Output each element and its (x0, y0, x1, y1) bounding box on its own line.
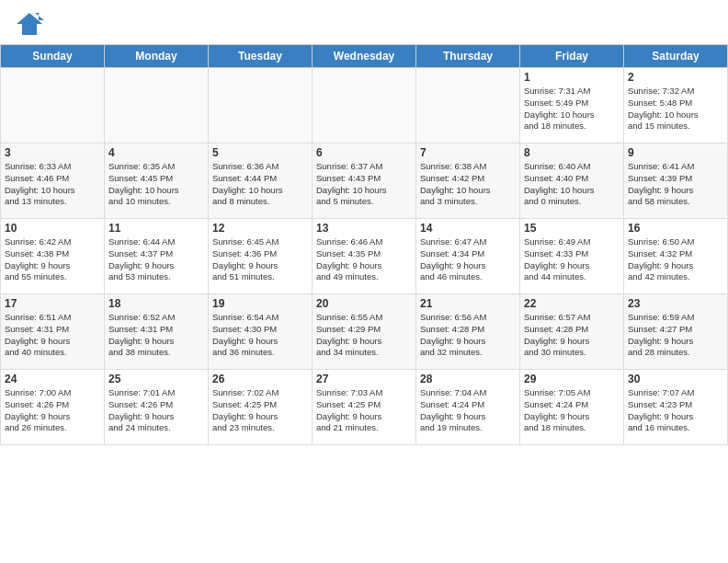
calendar-cell: 27Sunrise: 7:03 AM Sunset: 4:25 PM Dayli… (313, 370, 416, 445)
day-number: 15 (524, 222, 620, 235)
day-info: Sunrise: 6:59 AM Sunset: 4:27 PM Dayligh… (628, 312, 723, 359)
calendar-cell: 19Sunrise: 6:54 AM Sunset: 4:30 PM Dayli… (209, 294, 313, 370)
day-number: 19 (212, 297, 308, 310)
calendar-header-monday: Monday (105, 45, 209, 68)
day-number: 2 (628, 71, 723, 84)
day-number: 23 (628, 297, 723, 310)
calendar-cell: 29Sunrise: 7:05 AM Sunset: 4:24 PM Dayli… (520, 370, 624, 445)
calendar-cell: 11Sunrise: 6:44 AM Sunset: 4:37 PM Dayli… (105, 219, 209, 294)
day-number: 29 (524, 373, 620, 385)
calendar-header-row: SundayMondayTuesdayWednesdayThursdayFrid… (1, 45, 728, 68)
day-info: Sunrise: 7:32 AM Sunset: 5:48 PM Dayligh… (628, 86, 723, 132)
day-number: 24 (5, 373, 100, 385)
day-info: Sunrise: 6:51 AM Sunset: 4:31 PM Dayligh… (5, 312, 100, 359)
day-number: 1 (524, 71, 620, 84)
day-info: Sunrise: 7:00 AM Sunset: 4:26 PM Dayligh… (5, 387, 100, 434)
calendar-cell: 26Sunrise: 7:02 AM Sunset: 4:25 PM Dayli… (209, 370, 313, 445)
calendar-cell: 21Sunrise: 6:56 AM Sunset: 4:28 PM Dayli… (416, 294, 520, 370)
logo (15, 9, 48, 39)
day-info: Sunrise: 6:42 AM Sunset: 4:38 PM Dayligh… (5, 236, 100, 283)
day-info: Sunrise: 7:01 AM Sunset: 4:26 PM Dayligh… (108, 387, 204, 434)
day-info: Sunrise: 6:55 AM Sunset: 4:29 PM Dayligh… (316, 312, 412, 359)
calendar-cell: 4Sunrise: 6:35 AM Sunset: 4:45 PM Daylig… (105, 144, 209, 219)
calendar-cell (1, 68, 105, 144)
day-number: 21 (420, 297, 516, 310)
calendar-cell: 12Sunrise: 6:45 AM Sunset: 4:36 PM Dayli… (209, 219, 313, 294)
day-info: Sunrise: 6:35 AM Sunset: 4:45 PM Dayligh… (108, 161, 204, 208)
calendar-cell (105, 68, 209, 144)
calendar-cell: 13Sunrise: 6:46 AM Sunset: 4:35 PM Dayli… (313, 219, 416, 294)
day-number: 7 (420, 146, 516, 159)
day-number: 16 (628, 222, 723, 235)
day-info: Sunrise: 6:41 AM Sunset: 4:39 PM Dayligh… (628, 161, 723, 208)
day-number: 10 (5, 222, 100, 235)
day-number: 30 (628, 373, 723, 385)
logo-icon (15, 9, 44, 39)
day-number: 6 (316, 146, 412, 159)
day-info: Sunrise: 6:56 AM Sunset: 4:28 PM Dayligh… (420, 312, 516, 359)
day-info: Sunrise: 6:33 AM Sunset: 4:46 PM Dayligh… (5, 161, 100, 208)
calendar-cell: 28Sunrise: 7:04 AM Sunset: 4:24 PM Dayli… (416, 370, 520, 445)
calendar-cell: 17Sunrise: 6:51 AM Sunset: 4:31 PM Dayli… (1, 294, 105, 370)
day-number: 27 (316, 373, 412, 385)
calendar-cell: 5Sunrise: 6:36 AM Sunset: 4:44 PM Daylig… (209, 144, 313, 219)
day-number: 13 (316, 222, 412, 235)
day-info: Sunrise: 6:52 AM Sunset: 4:31 PM Dayligh… (108, 312, 204, 359)
day-info: Sunrise: 7:05 AM Sunset: 4:24 PM Dayligh… (524, 387, 620, 434)
calendar-week-row: 1Sunrise: 7:31 AM Sunset: 5:49 PM Daylig… (1, 68, 728, 144)
day-info: Sunrise: 6:46 AM Sunset: 4:35 PM Dayligh… (316, 236, 412, 283)
day-number: 12 (212, 222, 308, 235)
calendar-cell: 22Sunrise: 6:57 AM Sunset: 4:28 PM Dayli… (520, 294, 624, 370)
calendar-cell: 15Sunrise: 6:49 AM Sunset: 4:33 PM Dayli… (520, 219, 624, 294)
day-info: Sunrise: 7:07 AM Sunset: 4:23 PM Dayligh… (628, 387, 723, 434)
header (0, 0, 728, 44)
calendar-week-row: 24Sunrise: 7:00 AM Sunset: 4:26 PM Dayli… (1, 370, 728, 445)
day-info: Sunrise: 6:50 AM Sunset: 4:32 PM Dayligh… (628, 236, 723, 283)
calendar-cell: 6Sunrise: 6:37 AM Sunset: 4:43 PM Daylig… (313, 144, 416, 219)
day-info: Sunrise: 7:02 AM Sunset: 4:25 PM Dayligh… (212, 387, 308, 434)
day-info: Sunrise: 6:37 AM Sunset: 4:43 PM Dayligh… (316, 161, 412, 208)
calendar-cell: 24Sunrise: 7:00 AM Sunset: 4:26 PM Dayli… (1, 370, 105, 445)
day-info: Sunrise: 6:36 AM Sunset: 4:44 PM Dayligh… (212, 161, 308, 208)
calendar-header-saturday: Saturday (624, 45, 728, 68)
day-info: Sunrise: 6:40 AM Sunset: 4:40 PM Dayligh… (524, 161, 620, 208)
calendar-week-row: 3Sunrise: 6:33 AM Sunset: 4:46 PM Daylig… (1, 144, 728, 219)
day-number: 20 (316, 297, 412, 310)
day-number: 8 (524, 146, 620, 159)
day-info: Sunrise: 6:49 AM Sunset: 4:33 PM Dayligh… (524, 236, 620, 283)
calendar-cell: 8Sunrise: 6:40 AM Sunset: 4:40 PM Daylig… (520, 144, 624, 219)
day-info: Sunrise: 6:54 AM Sunset: 4:30 PM Dayligh… (212, 312, 308, 359)
calendar-header-wednesday: Wednesday (313, 45, 416, 68)
calendar-week-row: 17Sunrise: 6:51 AM Sunset: 4:31 PM Dayli… (1, 294, 728, 370)
calendar: SundayMondayTuesdayWednesdayThursdayFrid… (0, 44, 728, 445)
calendar-cell: 23Sunrise: 6:59 AM Sunset: 4:27 PM Dayli… (624, 294, 728, 370)
day-number: 22 (524, 297, 620, 310)
calendar-cell: 16Sunrise: 6:50 AM Sunset: 4:32 PM Dayli… (624, 219, 728, 294)
calendar-header-thursday: Thursday (416, 45, 520, 68)
day-info: Sunrise: 6:38 AM Sunset: 4:42 PM Dayligh… (420, 161, 516, 208)
day-number: 9 (628, 146, 723, 159)
day-info: Sunrise: 6:57 AM Sunset: 4:28 PM Dayligh… (524, 312, 620, 359)
calendar-cell (416, 68, 520, 144)
day-number: 14 (420, 222, 516, 235)
day-number: 5 (212, 146, 308, 159)
calendar-cell: 25Sunrise: 7:01 AM Sunset: 4:26 PM Dayli… (105, 370, 209, 445)
calendar-header-friday: Friday (520, 45, 624, 68)
day-info: Sunrise: 6:45 AM Sunset: 4:36 PM Dayligh… (212, 236, 308, 283)
day-info: Sunrise: 7:04 AM Sunset: 4:24 PM Dayligh… (420, 387, 516, 434)
calendar-cell: 10Sunrise: 6:42 AM Sunset: 4:38 PM Dayli… (1, 219, 105, 294)
day-info: Sunrise: 6:44 AM Sunset: 4:37 PM Dayligh… (108, 236, 204, 283)
day-number: 28 (420, 373, 516, 385)
calendar-cell: 7Sunrise: 6:38 AM Sunset: 4:42 PM Daylig… (416, 144, 520, 219)
day-info: Sunrise: 7:03 AM Sunset: 4:25 PM Dayligh… (316, 387, 412, 434)
day-info: Sunrise: 6:47 AM Sunset: 4:34 PM Dayligh… (420, 236, 516, 283)
calendar-cell: 9Sunrise: 6:41 AM Sunset: 4:39 PM Daylig… (624, 144, 728, 219)
calendar-cell (313, 68, 416, 144)
day-number: 17 (5, 297, 100, 310)
day-info: Sunrise: 7:31 AM Sunset: 5:49 PM Dayligh… (524, 86, 620, 132)
day-number: 18 (108, 297, 204, 310)
calendar-cell: 30Sunrise: 7:07 AM Sunset: 4:23 PM Dayli… (624, 370, 728, 445)
calendar-cell: 20Sunrise: 6:55 AM Sunset: 4:29 PM Dayli… (313, 294, 416, 370)
calendar-cell: 1Sunrise: 7:31 AM Sunset: 5:49 PM Daylig… (520, 68, 624, 144)
day-number: 3 (5, 146, 100, 159)
